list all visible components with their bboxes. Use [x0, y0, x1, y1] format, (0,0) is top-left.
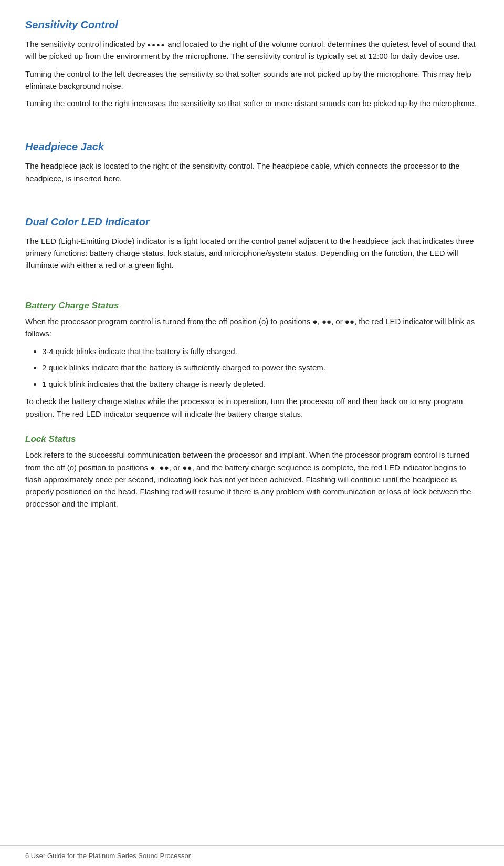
battery-bullets-list: 3-4 quick blinks indicate that the batte… — [42, 345, 479, 390]
dots-icon: ●●●● — [148, 40, 166, 49]
footer: 6 User Guide for the Platinum Series Sou… — [0, 845, 504, 867]
section-title-headpiece: Headpiece Jack — [25, 139, 479, 154]
or-text-4: or — [173, 463, 180, 472]
lock-para-1: Lock refers to the successful communicat… — [25, 449, 479, 510]
or-text-3: or — [335, 317, 342, 326]
section-title-sensitivity: Sensitivity Control — [25, 17, 479, 33]
sensitivity-para-2: Turning the control to the left decrease… — [25, 68, 479, 92]
battery-bullet-1: 3-4 quick blinks indicate that the batte… — [42, 345, 479, 357]
headpiece-para-1: The headpiece jack is located to the rig… — [25, 160, 479, 184]
footer-text: 6 User Guide for the Platinum Series Sou… — [25, 852, 191, 860]
section-dual-color-led: Dual Color LED Indicator The LED (Light-… — [25, 214, 479, 272]
or-text-2: or — [119, 261, 125, 270]
battery-bullet-3: 1 quick blink indicates that the battery… — [42, 378, 479, 390]
or-text-1: or — [265, 99, 272, 108]
section-title-battery: Battery Charge Status — [25, 299, 479, 313]
section-headpiece-jack: Headpiece Jack The headpiece jack is loc… — [25, 139, 479, 184]
section-title-lock: Lock Status — [25, 432, 479, 446]
battery-intro: When the processor program control is tu… — [25, 315, 479, 340]
battery-bullet-2: 2 quick blinks indicate that the battery… — [42, 362, 479, 374]
section-title-led: Dual Color LED Indicator — [25, 214, 479, 230]
led-para-1: The LED (Light-Emitting Diode) indicator… — [25, 235, 479, 272]
page-content: Sensitivity Control The sensitivity cont… — [25, 17, 479, 510]
section-lock-status: Lock Status Lock refers to the successfu… — [25, 432, 479, 510]
sensitivity-para-3: Turning the control to the right increas… — [25, 97, 479, 109]
battery-closing: To check the battery charge status while… — [25, 395, 479, 420]
sensitivity-para-1: The sensitivity control indicated by ●●●… — [25, 38, 479, 63]
section-sensitivity-control: Sensitivity Control The sensitivity cont… — [25, 17, 479, 109]
or-text-5: or — [378, 487, 385, 496]
section-battery-charge: Battery Charge Status When the processor… — [25, 299, 479, 420]
